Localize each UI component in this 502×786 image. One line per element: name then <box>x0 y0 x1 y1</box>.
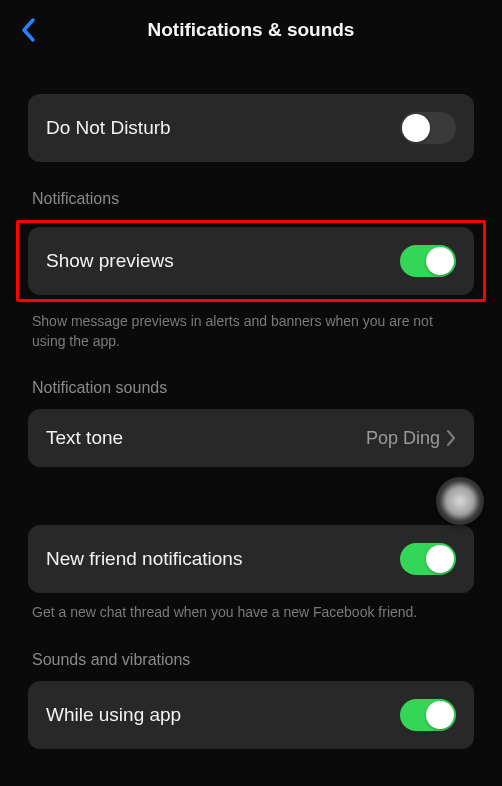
toggle-knob <box>402 114 430 142</box>
text-tone-value: Pop Ding <box>366 428 440 449</box>
new-friend-notifications-label: New friend notifications <box>46 548 242 570</box>
while-using-app-label: While using app <box>46 704 181 726</box>
text-tone-right: Pop Ding <box>366 428 456 449</box>
highlight-annotation: Show previews <box>16 220 486 302</box>
notification-sounds-section-header: Notification sounds <box>28 379 474 397</box>
new-friend-notifications-row[interactable]: New friend notifications <box>28 525 474 593</box>
do-not-disturb-row[interactable]: Do Not Disturb <box>28 94 474 162</box>
chevron-left-icon <box>20 17 36 43</box>
while-using-app-toggle[interactable] <box>400 699 456 731</box>
back-button[interactable] <box>20 17 36 43</box>
show-previews-description: Show message previews in alerts and bann… <box>28 312 474 351</box>
toggle-knob <box>426 545 454 573</box>
page-title: Notifications & sounds <box>148 19 355 41</box>
notifications-section-header: Notifications <box>28 190 474 208</box>
do-not-disturb-label: Do Not Disturb <box>46 117 171 139</box>
toggle-knob <box>426 247 454 275</box>
assistive-touch-button[interactable] <box>436 477 484 525</box>
do-not-disturb-toggle[interactable] <box>400 112 456 144</box>
chevron-right-icon <box>446 429 456 447</box>
new-friend-notifications-toggle[interactable] <box>400 543 456 575</box>
show-previews-row[interactable]: Show previews <box>28 227 474 295</box>
sounds-vibrations-section-header: Sounds and vibrations <box>28 651 474 669</box>
text-tone-row[interactable]: Text tone Pop Ding <box>28 409 474 467</box>
content: Do Not Disturb Notifications Show previe… <box>0 60 502 749</box>
text-tone-label: Text tone <box>46 427 123 449</box>
show-previews-toggle[interactable] <box>400 245 456 277</box>
while-using-app-row[interactable]: While using app <box>28 681 474 749</box>
new-friend-notifications-description: Get a new chat thread when you have a ne… <box>28 603 474 623</box>
toggle-knob <box>426 701 454 729</box>
header: Notifications & sounds <box>0 0 502 60</box>
show-previews-label: Show previews <box>46 250 174 272</box>
